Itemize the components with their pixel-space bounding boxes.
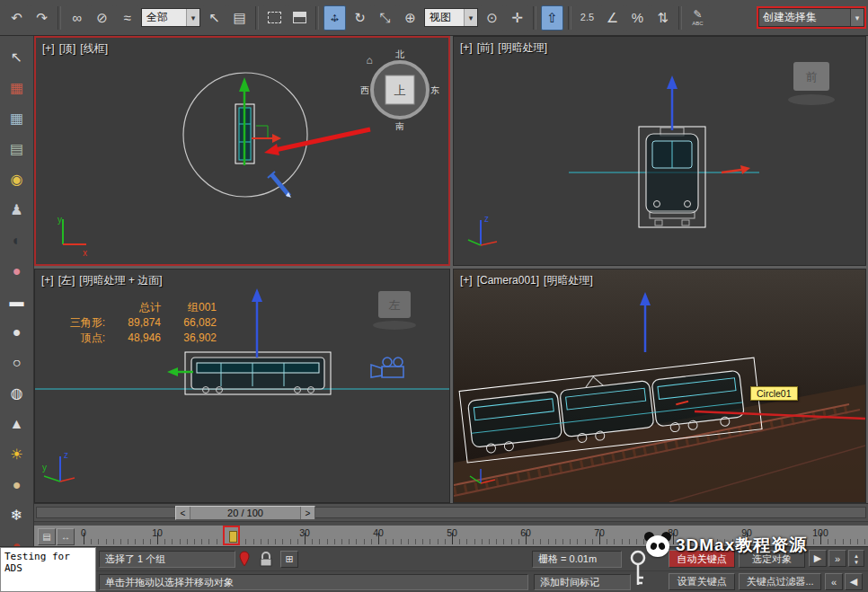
use-pivot-center-button[interactable]: ⊙ [481, 5, 503, 31]
side-image-button[interactable]: ▦ [3, 74, 31, 102]
selection-filter-value: 全部 [142, 10, 186, 25]
go-to-end-button[interactable]: » [828, 550, 846, 567]
camera-object[interactable] [371, 358, 403, 377]
set-key-button[interactable]: 设置关键点 [669, 573, 735, 590]
keyboard-shortcut-override-toggle[interactable]: ⇧ [541, 5, 563, 31]
viewport-menu-plus[interactable]: [+] [460, 274, 473, 287]
previous-frame-button[interactable]: < [176, 507, 190, 519]
side-circle-button[interactable]: ○ [3, 349, 31, 376]
viewport-front[interactable]: [+][前][明暗处理] [453, 36, 866, 266]
svg-text:x: x [83, 248, 87, 258]
track-bar-mini-curve-icon[interactable]: ▤ [38, 528, 56, 545]
side-select-button[interactable]: ↖ [3, 43, 31, 71]
side-table-button[interactable]: ▦ [3, 104, 31, 132]
viewport-left-label: [+][左][明暗处理 + 边面] [41, 273, 167, 288]
viewcube[interactable]: 上 北 南 西 东 ⌂ [360, 49, 439, 131]
viewport-top[interactable]: [+][顶][线框] [34, 36, 450, 266]
viewport-shading-menu[interactable]: [明暗处理 + 边面] [79, 274, 162, 287]
angle-snap-toggle[interactable]: ∠ [601, 5, 624, 31]
track-bar-mini-slider-icon[interactable]: ↔ [57, 528, 75, 545]
side-teapot-pink-button[interactable]: ● [3, 257, 31, 285]
auto-key-button[interactable]: 自动关键点 [669, 550, 735, 568]
unlink-selection-button[interactable]: ⊘ [91, 5, 113, 31]
selection-lock-toggle[interactable] [259, 552, 273, 567]
side-blob-button[interactable]: ● [3, 318, 31, 346]
train-side-view[interactable] [185, 352, 331, 394]
select-and-move-button[interactable]: ↔↕ [323, 5, 346, 31]
set-key-big-button[interactable] [629, 549, 647, 590]
side-spreadsheet-button[interactable]: ▤ [3, 135, 31, 163]
window-crossing-toggle[interactable] [288, 5, 311, 31]
select-and-link-button[interactable]: ∞ [66, 5, 88, 31]
current-frame-marker[interactable] [223, 526, 240, 545]
redo-button[interactable]: ↷ [31, 5, 53, 31]
side-sun-button[interactable]: ☀ [3, 440, 31, 468]
selection-status: 选择了 1 个组 [99, 551, 235, 568]
viewport-camera[interactable]: [+][Camera001][明暗处理] [453, 269, 866, 503]
undo-button[interactable]: ↶ [5, 5, 28, 31]
viewport-view-menu[interactable]: [前] [477, 41, 494, 54]
select-and-place-button[interactable]: ⊕ [399, 5, 421, 31]
bind-to-space-warp-button[interactable]: ≈ [116, 5, 138, 31]
viewport-menu-plus[interactable]: [+] [42, 42, 55, 55]
track-bar[interactable]: ▤ ↔ 0 10 20 30 40 50 60 70 80 90 100 [34, 521, 868, 546]
spinner-snap-toggle[interactable]: ⇅ [651, 5, 674, 31]
viewport-shading-menu[interactable]: [线框] [80, 42, 108, 55]
side-lamp-button[interactable]: ◉ [3, 165, 31, 193]
absolute-mode-toggle[interactable]: ⊞ [280, 551, 298, 568]
time-slider-handle[interactable]: < 20 / 100 > [175, 506, 315, 520]
select-and-manipulate-button[interactable]: ✛ [506, 5, 528, 31]
select-and-rotate-button[interactable]: ↻ [349, 5, 371, 31]
side-teapot-button[interactable]: ◍ [3, 379, 31, 407]
reference-coordinate-dropdown[interactable]: 视图 ▾ [424, 8, 478, 27]
select-object-button[interactable]: ↖ [203, 5, 226, 31]
play-button[interactable]: ▶ [809, 550, 827, 567]
selection-set-input[interactable] [759, 12, 850, 24]
viewport-left[interactable]: [+][左][明暗处理 + 边面] 总计组001 三角形:89,87466,08… [34, 269, 450, 503]
side-sphere-tan-button[interactable]: ● [3, 471, 31, 499]
select-by-name-button[interactable]: ▤ [228, 5, 251, 31]
move-gizmo[interactable] [640, 292, 651, 352]
next-frame-button[interactable]: > [300, 507, 314, 519]
add-time-tag[interactable]: 添加时间标记 [534, 574, 631, 590]
viewport-view-menu[interactable]: [左] [58, 274, 75, 287]
viewport-shading-menu[interactable]: [明暗处理] [498, 41, 547, 54]
time-slider-track[interactable] [36, 507, 866, 518]
named-selection-set-combo[interactable]: ▾ [758, 8, 864, 27]
viewport-area: [+][顶][线框] [34, 36, 868, 503]
previous-frame-playback-button[interactable]: ◀ [845, 573, 863, 590]
selected-object-dropdown[interactable]: 选定对象 [739, 550, 805, 568]
edit-named-selections-button[interactable]: ✎ ABC [686, 5, 709, 31]
viewport-menu-plus[interactable]: [+] [460, 41, 473, 54]
viewport-view-menu[interactable]: [Camera001] [477, 274, 539, 287]
viewcube[interactable]: 前 [788, 62, 835, 105]
selection-filter-dropdown[interactable]: 全部 ▾ [141, 8, 200, 27]
viewport-front-canvas[interactable]: 前 z [454, 37, 865, 265]
teapot-icon: ◍ [11, 384, 23, 402]
viewport-view-menu[interactable]: [顶] [59, 42, 76, 55]
select-and-scale-button[interactable]: ⤡ [374, 5, 396, 31]
side-sphere-dark-button[interactable]: ◐ [3, 226, 31, 254]
toolbar-separator [533, 6, 536, 30]
frame-spinner[interactable]: ▴▾ [848, 550, 864, 567]
viewport-camera-canvas[interactable] [454, 269, 865, 502]
axis-tripod: y x [58, 215, 87, 258]
train-front-view[interactable] [639, 127, 705, 227]
side-figure-button[interactable]: ♟ [3, 196, 31, 224]
go-to-start-button[interactable]: « [825, 573, 843, 590]
side-cone-button[interactable]: ▲ [3, 410, 31, 437]
viewport-top-canvas[interactable]: 上 北 南 西 东 ⌂ y x [36, 38, 448, 264]
viewport-shading-menu[interactable]: [明暗处理] [544, 274, 593, 287]
side-plane-button[interactable]: ▬ [3, 287, 31, 315]
svg-text:y: y [58, 215, 62, 225]
status-bar: 选择了 1 个组 ⊞ X: ▴▾ Y: ▴▾ Z: ▴▾ 栅格 = 0.01m [0, 546, 868, 570]
percent-snap-toggle[interactable]: % [626, 5, 649, 31]
unlink-icon: ⊘ [96, 11, 108, 24]
viewcube[interactable]: 左 [373, 291, 416, 330]
side-snowflake-button[interactable]: ❄ [3, 501, 31, 529]
rectangular-selection-region-button[interactable] [263, 5, 286, 31]
viewport-menu-plus[interactable]: [+] [41, 274, 54, 287]
key-filters-button[interactable]: 关键点过滤器... [739, 573, 821, 590]
snaps-toggle-button[interactable]: 2.5 [576, 5, 598, 31]
object-tooltip: Circle01 [750, 386, 798, 401]
